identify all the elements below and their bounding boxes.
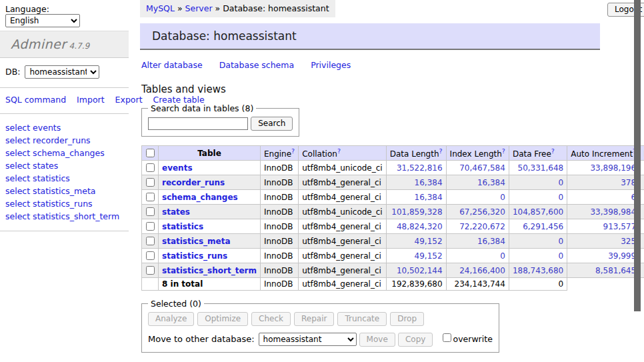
data-free-cell: 188,743,680 <box>509 263 567 278</box>
engine-cell: InnoDB <box>260 190 298 205</box>
row-checkbox-statistics[interactable] <box>146 222 155 231</box>
search-button[interactable]: Search <box>251 117 293 131</box>
move-database-select[interactable]: homeassistant <box>259 333 357 346</box>
selected-buttons: AnalyzeOptimizeCheckRepairTruncateDrop <box>148 312 493 326</box>
language-select[interactable]: English <box>5 14 80 27</box>
db-link-database-schema[interactable]: Database schema <box>219 60 294 70</box>
sidebar-menu: SQL commandImportExportCreate table <box>0 88 129 114</box>
column-help: ? <box>439 147 443 155</box>
column-header-data-length: Data Length? <box>386 146 446 161</box>
tables-and-views-heading: Tables and views <box>141 83 601 95</box>
db-link-privileges[interactable]: Privileges <box>311 60 351 70</box>
breadcrumb-mysql-link[interactable]: MySQL <box>146 3 175 13</box>
row-checkbox-statistics_runs[interactable] <box>146 251 155 260</box>
row-checkbox-statistics_meta[interactable] <box>146 237 155 245</box>
move-row: Move to other database:homeassistantMove… <box>148 331 493 347</box>
sidebar-select-statistics_meta[interactable]: select statistics_meta <box>5 185 123 197</box>
auto-increment-cell: 33,898,196 <box>567 161 640 175</box>
row-checkbox-recorder_runs[interactable] <box>146 178 155 187</box>
sidebar-select-events[interactable]: select events <box>5 121 123 134</box>
data-length-cell: 16,384 <box>386 190 446 205</box>
table-link-statistics_runs[interactable]: statistics_runs <box>162 251 227 261</box>
analyze-button[interactable]: Analyze <box>148 312 194 326</box>
help-link[interactable]: ? <box>337 147 341 155</box>
column-label: Data Free <box>513 149 551 159</box>
table-link-statistics_meta[interactable]: statistics_meta <box>162 237 231 246</box>
menu-link-import[interactable]: Import <box>77 95 105 105</box>
data-free-cell: 104,857,600 <box>509 205 567 219</box>
help-link[interactable]: ? <box>502 147 505 155</box>
row-checkbox-schema_changes[interactable] <box>146 193 155 201</box>
db-label: DB: <box>5 67 20 77</box>
breadcrumb-server-link[interactable]: Server <box>185 3 213 13</box>
repair-button[interactable]: Repair <box>294 312 334 326</box>
sidebar-select-statistics_short_term[interactable]: select statistics_short_term <box>5 210 123 223</box>
auto-increment-cell: 378 <box>567 175 640 190</box>
breadcrumb-separator: » <box>177 3 183 13</box>
table-name-cell: statistics_short_term <box>159 263 261 278</box>
truncate-button[interactable]: Truncate <box>337 312 387 326</box>
table-link-statistics[interactable]: statistics <box>162 222 203 231</box>
row-checkbox-states[interactable] <box>146 207 155 216</box>
table-link-statistics_short_term[interactable]: statistics_short_term <box>162 266 257 275</box>
help-link[interactable]: ? <box>551 147 555 155</box>
table-name-cell: schema_changes <box>159 190 261 205</box>
drop-button[interactable]: Drop <box>390 312 424 326</box>
database-action-links: Alter databaseDatabase schemaPrivileges <box>141 60 601 70</box>
row-select-cell <box>142 219 159 234</box>
table-link-events[interactable]: events <box>162 163 193 173</box>
row-checkbox-statistics_short_term[interactable] <box>146 266 155 275</box>
optimize-button[interactable]: Optimize <box>197 312 248 326</box>
copy-button[interactable]: Copy <box>398 333 433 347</box>
column-header-collation: Collation? <box>299 146 387 161</box>
column-label: Index Length <box>450 149 502 159</box>
breadcrumb-current: Database: homeassistant <box>223 3 329 13</box>
search-input[interactable] <box>148 117 248 130</box>
table-link-recorder_runs[interactable]: recorder_runs <box>162 178 225 187</box>
db-row: DB: homeassistant <box>0 58 129 88</box>
table-link-schema_changes[interactable]: schema_changes <box>162 193 238 202</box>
vertical-scrollbar[interactable] <box>634 0 641 311</box>
index-length-cell: 16,384 <box>446 175 509 190</box>
table-row-statistics_runs: statistics_runsInnoDButf8mb4_general_ci4… <box>142 249 644 263</box>
total-name-cell: 8 in total <box>159 278 261 291</box>
select-all-checkbox[interactable] <box>146 149 155 157</box>
table-link-states[interactable]: states <box>162 207 190 217</box>
overwrite-option: overwrite <box>440 334 493 344</box>
help-link[interactable]: ? <box>439 147 443 155</box>
sidebar-select-statistics_runs[interactable]: select statistics_runs <box>5 197 123 210</box>
auto-increment-cell: 33,398,984 <box>567 205 640 219</box>
move-label: Move to other database: <box>148 334 255 344</box>
sidebar-select-schema_changes[interactable]: select schema_changes <box>5 147 123 159</box>
row-select-cell <box>142 263 159 278</box>
move-button[interactable]: Move <box>359 333 395 347</box>
auto-increment-cell: 8,581,645 <box>567 263 640 278</box>
column-label: Data Length <box>390 149 439 159</box>
index-length-cell: 70,467,584 <box>446 161 509 175</box>
main-content: MySQL»Server»Database: homeassistant Dat… <box>140 0 601 362</box>
db-link-alter-database[interactable]: Alter database <box>141 60 203 70</box>
menu-link-sql-command[interactable]: SQL command <box>5 95 66 105</box>
column-help: ? <box>502 147 505 155</box>
db-select[interactable]: homeassistant <box>25 65 99 79</box>
menu-link-export[interactable]: Export <box>115 95 143 105</box>
table-name-cell: events <box>159 161 261 175</box>
check-button[interactable]: Check <box>251 312 291 326</box>
table-name-cell: statistics_runs <box>159 249 261 263</box>
total-index-length-cell: 234,143,744 <box>446 278 509 291</box>
row-checkbox-events[interactable] <box>146 163 155 172</box>
sidebar-select-states[interactable]: select states <box>5 159 123 172</box>
collation-cell: utf8mb4_general_ci <box>299 234 387 249</box>
index-length-cell: 24,166,400 <box>446 263 509 278</box>
index-length-cell: 16,384 <box>446 234 509 249</box>
column-header-engine: Engine? <box>260 146 298 161</box>
engine-cell: InnoDB <box>260 249 298 263</box>
help-link[interactable]: ? <box>291 147 295 155</box>
sidebar-select-statistics[interactable]: select statistics <box>5 172 123 185</box>
column-header-table: Table <box>159 146 261 161</box>
overwrite-checkbox[interactable] <box>443 333 451 342</box>
auto-increment-cell: 913,577 <box>567 219 640 234</box>
column-help: ? <box>337 147 341 155</box>
data-length-cell: 49,152 <box>386 249 446 263</box>
sidebar-select-recorder_runs[interactable]: select recorder_runs <box>5 134 123 147</box>
